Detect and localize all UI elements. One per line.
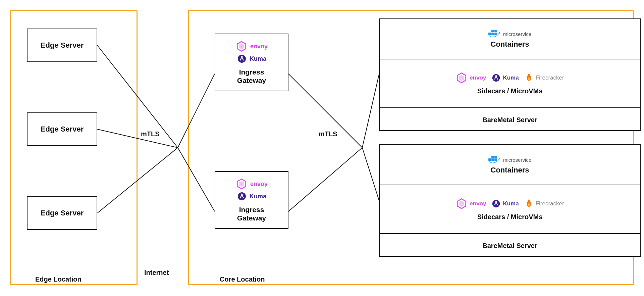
svg-rect-11 — [491, 30, 494, 32]
edge-server-2-label: Edge Server — [41, 125, 84, 134]
baremetal-server-1: microservice Containers envoy — [379, 18, 641, 131]
svg-rect-9 — [491, 33, 494, 35]
svg-point-16 — [495, 75, 497, 77]
containers-row-1: microservice Containers — [380, 19, 640, 59]
kuma-sidecar-label-1: Kuma — [503, 75, 519, 81]
svg-text:e: e — [241, 45, 242, 48]
svg-point-3 — [241, 56, 243, 58]
firecracker-label-2: Firecracker — [536, 200, 564, 207]
kuma-sidecar-icon-1 — [491, 73, 501, 83]
svg-rect-21 — [494, 156, 497, 158]
edge-server-1-label: Edge Server — [41, 41, 84, 50]
envoy-sidecar-label-2: envoy — [470, 200, 486, 207]
baremetal-server-2: microservice Containers envoy — [379, 144, 641, 257]
sidecars-row-2: envoy Kuma Firecracker — [380, 185, 640, 234]
core-location-label: Core Location — [220, 276, 265, 283]
envoy-sidecar-2: envoy — [455, 198, 486, 210]
svg-rect-12 — [494, 30, 497, 32]
kuma-row-2: Kuma — [237, 191, 266, 201]
kuma-row-1: Kuma — [237, 54, 266, 64]
sidecars-label-2: Sidecars / MicroVMs — [477, 213, 543, 221]
svg-marker-15 — [459, 75, 464, 81]
sidecars-label-1: Sidecars / MicroVMs — [477, 87, 543, 95]
edge-server-3: Edge Server — [27, 196, 97, 230]
kuma-label-2: Kuma — [250, 193, 266, 200]
mtls-label-2: mTLS — [319, 130, 337, 138]
baremetal-row-label-2: BareMetal Server — [380, 234, 640, 257]
edge-server-3-label: Edge Server — [41, 209, 84, 217]
svg-rect-19 — [494, 158, 497, 161]
svg-marker-24 — [459, 201, 464, 207]
microservice-label-2: microservice — [503, 157, 531, 163]
envoy-sidecar-1: envoy — [455, 72, 486, 84]
envoy-sidecar-icon-2 — [455, 198, 468, 210]
docker-row-2: microservice — [488, 155, 531, 164]
svg-rect-8 — [488, 33, 491, 35]
firecracker-2: Firecracker — [524, 198, 564, 209]
envoy-sidecar-label-1: envoy — [470, 75, 486, 81]
ingress-gateway-2: e envoy Kuma IngressGateway — [215, 171, 288, 229]
sidecar-icons-2: envoy Kuma Firecracker — [455, 198, 564, 210]
svg-rect-10 — [494, 33, 497, 35]
kuma-icon-2 — [237, 191, 247, 201]
svg-point-22 — [499, 158, 500, 159]
kuma-sidecar-label-2: Kuma — [503, 200, 519, 207]
edge-server-2: Edge Server — [27, 112, 97, 146]
baremetal-row-label-1: BareMetal Server — [380, 108, 640, 132]
ingress-gateway-1-label: IngressGateway — [237, 68, 266, 85]
ingress-gateway-1: e envoy Kuma IngressGateway — [215, 34, 288, 91]
kuma-label-1: Kuma — [250, 55, 266, 62]
kuma-sidecar-icon-2 — [491, 199, 501, 208]
kuma-icon-1 — [237, 54, 247, 64]
svg-text:e: e — [241, 183, 242, 186]
envoy-icon-2: e — [235, 178, 248, 190]
sidecars-row-1: envoy Kuma Firecracker — [380, 59, 640, 108]
baremetal-label-2: BareMetal Server — [482, 242, 537, 250]
firecracker-icon-1 — [524, 72, 534, 83]
containers-row-2: microservice Containers — [380, 145, 640, 185]
envoy-row-1: e envoy — [235, 40, 268, 52]
envoy-row-2: e envoy — [235, 178, 268, 190]
ingress-gateway-2-label: IngressGateway — [237, 205, 266, 222]
kuma-sidecar-2: Kuma — [491, 199, 519, 208]
envoy-icon-1: e — [235, 40, 248, 52]
containers-label-2: Containers — [491, 166, 529, 175]
firecracker-label-1: Firecracker — [536, 75, 564, 81]
sidecar-icons-1: envoy Kuma Firecracker — [455, 72, 564, 84]
svg-point-7 — [241, 194, 243, 195]
docker-row-1: microservice — [488, 29, 531, 39]
containers-label-1: Containers — [491, 40, 529, 49]
edge-server-1: Edge Server — [27, 29, 97, 62]
envoy-label-2: envoy — [250, 181, 268, 188]
docker-icon-1 — [488, 29, 500, 39]
internet-label: Internet — [144, 269, 169, 277]
baremetal-label-1: BareMetal Server — [482, 116, 537, 124]
firecracker-icon-2 — [524, 198, 534, 209]
svg-rect-17 — [488, 158, 491, 161]
envoy-sidecar-icon-1 — [455, 72, 468, 84]
diagram-container: Edge Location Internet Core Location Edg… — [0, 0, 644, 296]
microservice-label-1: microservice — [503, 31, 531, 37]
envoy-label-1: envoy — [250, 43, 268, 50]
svg-point-25 — [495, 201, 497, 203]
edge-location-label: Edge Location — [35, 276, 82, 283]
docker-icon-2 — [488, 155, 500, 164]
svg-rect-20 — [491, 156, 494, 158]
svg-point-13 — [499, 32, 500, 34]
mtls-label-1: mTLS — [141, 130, 160, 138]
firecracker-1: Firecracker — [524, 72, 564, 83]
svg-rect-18 — [491, 158, 494, 161]
kuma-sidecar-1: Kuma — [491, 73, 519, 83]
